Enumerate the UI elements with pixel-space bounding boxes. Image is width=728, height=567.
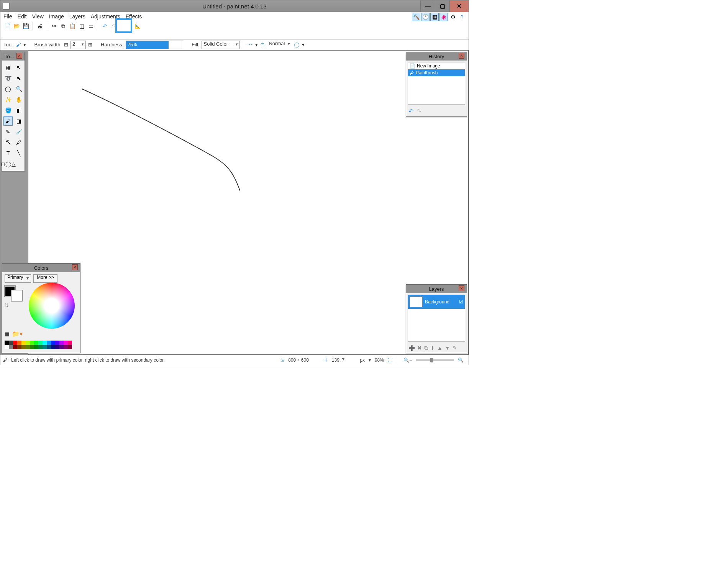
palette-swatch[interactable]: [30, 345, 34, 349]
palette-swatch[interactable]: [34, 345, 38, 349]
clone-stamp-tool[interactable]: ⛏: [3, 138, 13, 147]
brush-width-decrease-icon[interactable]: ⊟: [64, 42, 68, 48]
paint-bucket-tool[interactable]: 🪣: [3, 106, 13, 115]
save-icon[interactable]: 💾: [22, 22, 30, 30]
palette-swatch[interactable]: [9, 341, 13, 345]
palette-swatch[interactable]: [64, 341, 68, 345]
paintbrush-tool-icon[interactable]: 🖌: [16, 42, 21, 48]
zoom-slider[interactable]: [416, 359, 454, 361]
history-panel[interactable]: History × 📄 New Image 🖌 Paintbrush ↶ ↷: [406, 52, 467, 117]
palette-swatch[interactable]: [21, 345, 26, 349]
menu-view[interactable]: View: [32, 13, 44, 20]
add-color-icon[interactable]: ◼: [5, 330, 10, 338]
hardness-slider[interactable]: 75%: [126, 41, 183, 49]
palette-swatch[interactable]: [13, 345, 17, 349]
palette-swatch[interactable]: [5, 345, 9, 349]
menu-layers[interactable]: Layers: [69, 13, 85, 20]
selection-clip-icon[interactable]: ◯: [294, 42, 300, 48]
tools-panel[interactable]: To... × ▦ ↖ ➰ ⬉ ◯ 🔍 ✨ ✋ 🪣 ◧ 🖌 ◨ ✎ 💉 ⛏ 🖍: [2, 52, 25, 171]
layer-visible-checkbox[interactable]: ☑: [459, 299, 463, 305]
tools-panel-close-icon[interactable]: ×: [16, 53, 22, 59]
color-picker-tool[interactable]: 💉: [14, 127, 23, 136]
document-list-dropdown-icon[interactable]: ▾: [135, 23, 138, 28]
delete-layer-icon[interactable]: ✖: [417, 345, 422, 351]
palette-swatch[interactable]: [34, 341, 38, 345]
toggle-layers-panel-icon[interactable]: ▦: [430, 13, 439, 21]
palette-swatch[interactable]: [17, 341, 21, 345]
open-icon[interactable]: 📂: [13, 22, 20, 30]
add-layer-icon[interactable]: ➕: [408, 345, 415, 351]
zoom-tool[interactable]: 🔍: [14, 84, 23, 93]
color-palette[interactable]: [5, 341, 78, 349]
recolor-tool[interactable]: 🖍: [14, 138, 23, 147]
brush-width-increase-icon[interactable]: ⊞: [88, 42, 92, 48]
cut-icon[interactable]: ✂: [50, 22, 58, 30]
palette-swatch[interactable]: [51, 341, 55, 345]
palette-swatch[interactable]: [38, 345, 43, 349]
document-thumbnail[interactable]: [115, 18, 132, 33]
history-item[interactable]: 🖌 Paintbrush: [408, 69, 465, 76]
move-tool[interactable]: ↖: [14, 63, 23, 72]
minimize-button[interactable]: —: [420, 0, 435, 12]
undo-icon[interactable]: ↶: [101, 22, 109, 30]
move-layer-down-icon[interactable]: ▼: [445, 345, 450, 351]
tool-dropdown-icon[interactable]: ▾: [23, 42, 26, 48]
history-item[interactable]: 📄 New Image: [408, 62, 465, 69]
duplicate-layer-icon[interactable]: ⧉: [424, 345, 428, 351]
magic-wand-tool[interactable]: ✨: [3, 95, 13, 104]
status-unit[interactable]: px: [360, 357, 365, 363]
zoom-out-icon[interactable]: 🔍−: [403, 357, 412, 363]
history-list[interactable]: 📄 New Image 🖌 Paintbrush: [408, 62, 465, 105]
palette-swatch[interactable]: [17, 345, 21, 349]
deselect-icon[interactable]: ▭: [87, 22, 95, 30]
toggle-tools-panel-icon[interactable]: 🔨: [412, 13, 420, 21]
palette-swatch[interactable]: [9, 345, 13, 349]
settings-icon[interactable]: ⚙: [449, 13, 457, 21]
fit-window-icon[interactable]: ⛶: [388, 357, 392, 363]
help-icon[interactable]: ?: [458, 13, 466, 21]
palette-swatch[interactable]: [43, 345, 47, 349]
fill-combo[interactable]: Solid Color: [202, 41, 240, 49]
unit-dropdown-icon[interactable]: ▾: [369, 357, 371, 363]
pan-tool[interactable]: ✋: [14, 95, 23, 104]
palette-swatch[interactable]: [47, 345, 51, 349]
palette-swatch[interactable]: [59, 341, 64, 345]
line-tool[interactable]: ╲: [14, 149, 23, 158]
palette-swatch[interactable]: [51, 345, 55, 349]
merge-layer-icon[interactable]: ⬇: [430, 345, 435, 351]
layers-panel[interactable]: Layers × Background ☑ ➕ ✖ ⧉ ⬇ ▲ ▼ ✎: [406, 284, 467, 353]
palette-swatch[interactable]: [55, 341, 59, 345]
blend-mode-combo[interactable]: Normal: [267, 41, 292, 49]
palette-swatch[interactable]: [13, 341, 17, 345]
secondary-color-swatch[interactable]: [11, 290, 22, 301]
lasso-tool[interactable]: ➰: [3, 74, 13, 83]
layer-item[interactable]: Background ☑: [408, 295, 465, 309]
palette-swatch[interactable]: [38, 341, 43, 345]
maximize-button[interactable]: ▢: [435, 0, 449, 12]
new-icon[interactable]: 📄: [3, 22, 11, 30]
history-redo-icon[interactable]: ↷: [416, 108, 421, 115]
ellipse-select-tool[interactable]: ◯: [3, 84, 13, 93]
palette-swatch[interactable]: [64, 345, 68, 349]
crop-icon[interactable]: ◫: [78, 22, 85, 30]
colors-panel[interactable]: Colors × Primary More >> ⇅: [2, 263, 80, 353]
palette-swatch[interactable]: [21, 341, 26, 345]
canvas[interactable]: [28, 50, 469, 355]
palette-swatch[interactable]: [68, 341, 72, 345]
move-selection-tool[interactable]: ⬉: [14, 74, 23, 83]
palette-swatch[interactable]: [30, 341, 34, 345]
eraser-tool[interactable]: ◨: [14, 116, 23, 126]
history-panel-close-icon[interactable]: ×: [459, 53, 464, 59]
menu-edit[interactable]: Edit: [18, 13, 27, 20]
palette-swatch[interactable]: [47, 341, 51, 345]
history-undo-icon[interactable]: ↶: [408, 108, 413, 115]
colors-more-button[interactable]: More >>: [33, 274, 57, 283]
palette-swatch[interactable]: [26, 341, 30, 345]
palette-swatch[interactable]: [68, 345, 72, 349]
alpha-blend-icon[interactable]: ⚗: [260, 42, 265, 48]
layers-panel-close-icon[interactable]: ×: [459, 285, 464, 291]
palette-swatch[interactable]: [59, 345, 64, 349]
rect-select-tool[interactable]: ▦: [3, 63, 13, 72]
palette-options-icon[interactable]: 📁▾: [12, 330, 23, 338]
paste-icon[interactable]: 📋: [69, 22, 76, 30]
